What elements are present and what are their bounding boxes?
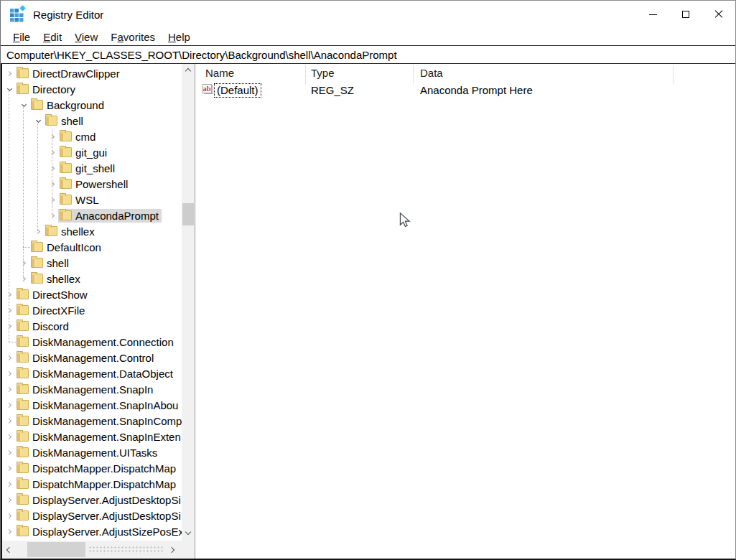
chevron-right-icon[interactable] [4,304,15,316]
menu-file[interactable]: File [6,31,37,43]
chevron-right-icon[interactable] [47,194,58,205]
scroll-up-button[interactable] [182,64,195,76]
tree-item-label: DiskManagement.SnapInExten [32,431,182,443]
tree-item-powershell[interactable]: Powershell [2,176,182,192]
tree-item-directdrawclipper[interactable]: DirectDrawClipper [2,65,182,81]
folder-icon [17,479,29,489]
tree-item-discord[interactable]: Discord [2,318,182,334]
tree-item-displayserver-3[interactable]: DisplayServer.AdjustSizePosExt [2,523,182,539]
chevron-right-icon[interactable] [4,399,15,411]
value-row-default[interactable]: ab (Default) REG_SZ Anaconda Prompt Here [195,83,735,98]
tree-item-diskmanagement-snapincomp[interactable]: DiskManagement.SnapInComp [2,413,182,429]
chevron-right-icon[interactable] [4,447,15,458]
column-separator[interactable] [305,65,306,84]
tree-item-defaulticon[interactable]: DefaultIcon [2,239,182,255]
menu-view[interactable]: View [68,31,104,43]
folder-icon [60,210,72,220]
tree-item-git-gui[interactable]: git_gui [2,144,182,160]
tree-item-label: DiskManagement.SnapInComp [32,415,182,427]
menu-favorites[interactable]: Favorites [104,31,162,43]
tree-item-anacondaprompt-selected[interactable]: AnacondaPrompt [2,207,182,223]
menu-edit[interactable]: Edit [37,31,68,43]
chevron-right-icon[interactable] [4,320,15,332]
chevron-right-icon[interactable] [47,146,58,158]
chevron-right-icon[interactable] [32,225,44,237]
chevron-right-icon[interactable] [4,494,15,505]
tree-item-wsl[interactable]: WSL [2,192,182,207]
tree-item-diskmanagement-control[interactable]: DiskManagement.Control [2,350,182,365]
tree-item-directshow[interactable]: DirectShow [2,286,182,302]
chevron-down-icon[interactable] [18,99,29,111]
tree-item-shellex[interactable]: shellex [2,223,182,239]
menu-help[interactable]: Help [162,31,197,43]
chevron-right-icon[interactable] [47,178,58,190]
scroll-left-button[interactable] [2,541,14,559]
tree-item-displayserver-1[interactable]: DisplayServer.AdjustDesktopSi [2,492,182,508]
tree-item-label: DirectShow [32,289,89,301]
title-bar: Registry Editor [1,1,735,28]
vertical-scrollbar-thumb[interactable] [182,203,194,225]
tree-item-diskmanagement-snapin[interactable]: DiskManagement.SnapIn [2,381,182,397]
tree-item-cmd[interactable]: cmd [2,129,182,144]
column-separator[interactable] [413,65,414,84]
tree-item-diskmanagement-uitasks[interactable]: DiskManagement.UITasks [2,444,182,460]
column-separator[interactable] [673,65,674,84]
tree-item-directory[interactable]: Directory [2,81,182,97]
tree-item-diskmanagement-dataobject[interactable]: DiskManagement.DataObject [2,365,182,381]
minimize-button[interactable] [636,1,669,28]
tree-item-git-shell[interactable]: git_shell [2,160,182,176]
horizontal-scrollbar-thumb[interactable] [27,542,85,557]
column-header-name[interactable]: Name [205,67,234,79]
maximize-button[interactable] [669,1,702,28]
folder-icon [17,305,29,315]
chevron-right-icon[interactable] [4,462,15,474]
chevron-right-icon[interactable] [4,368,15,379]
chevron-right-icon[interactable] [4,510,15,521]
tree-item-diskmanagement-snapinexten[interactable]: DiskManagement.SnapInExten [2,429,182,444]
tree-item-dispatchmapper-2[interactable]: DispatchMapper.DispatchMap [2,476,182,492]
tree-item-shellex-2[interactable]: shellex [2,271,182,286]
chevron-right-icon[interactable] [4,67,15,79]
tree-item-directxfile[interactable]: DirectXFile [2,302,182,318]
horizontal-scrollbar-track[interactable] [88,546,164,554]
column-header-data[interactable]: Data [420,67,443,79]
tree-vertical-scrollbar[interactable] [182,64,195,559]
tree-item-dispatchmapper-1[interactable]: DispatchMapper.DispatchMap [2,460,182,476]
scroll-right-button[interactable] [167,541,179,559]
column-header-type[interactable]: Type [311,67,335,79]
tree-item-shell-2[interactable]: shell [2,255,182,271]
tree-item-label: DirectXFile [32,304,86,317]
chevron-right-icon[interactable] [4,289,15,300]
chevron-right-icon[interactable] [4,478,15,490]
chevron-right-icon[interactable] [4,383,15,395]
chevron-right-icon[interactable] [18,273,29,284]
tree-item-background[interactable]: Background [2,97,182,113]
scroll-down-button[interactable] [182,527,195,539]
chevron-right-icon[interactable] [47,210,58,221]
chevron-down-icon[interactable] [4,83,15,95]
folder-icon [17,463,29,473]
value-name[interactable]: (Default) [214,83,261,98]
folder-icon [31,274,43,284]
chevron-down-icon[interactable] [32,115,44,126]
chevron-right-icon[interactable] [4,352,15,363]
tree-item-displayserver-2[interactable]: DisplayServer.AdjustDesktopSi [2,508,182,523]
tree-horizontal-scrollbar[interactable] [2,541,182,559]
chevron-right-icon[interactable] [47,162,58,174]
maximize-icon [682,11,689,18]
tree-item-diskmanagement-connection[interactable]: DiskManagement.Connection [2,334,182,350]
tree-item-shell[interactable]: shell [2,113,182,129]
chevron-right-icon[interactable] [4,526,15,537]
folder-icon [17,400,29,410]
chevron-right-icon[interactable] [47,131,58,142]
close-button[interactable] [702,1,735,28]
tree-item-label: shell [47,257,70,269]
address-bar[interactable]: Computer\HKEY_CLASSES_ROOT\Directory\Bac… [1,45,735,64]
tree-item-label: AnacondaPrompt [75,210,160,222]
tree-item-diskmanagement-snapinabout[interactable]: DiskManagement.SnapInAbou [2,397,182,413]
folder-icon [17,289,29,299]
chevron-right-icon[interactable] [4,415,15,426]
chevron-right-icon[interactable] [4,431,15,442]
tree-item-label: DiskManagement.Connection [32,336,175,348]
chevron-right-icon[interactable] [18,257,29,269]
